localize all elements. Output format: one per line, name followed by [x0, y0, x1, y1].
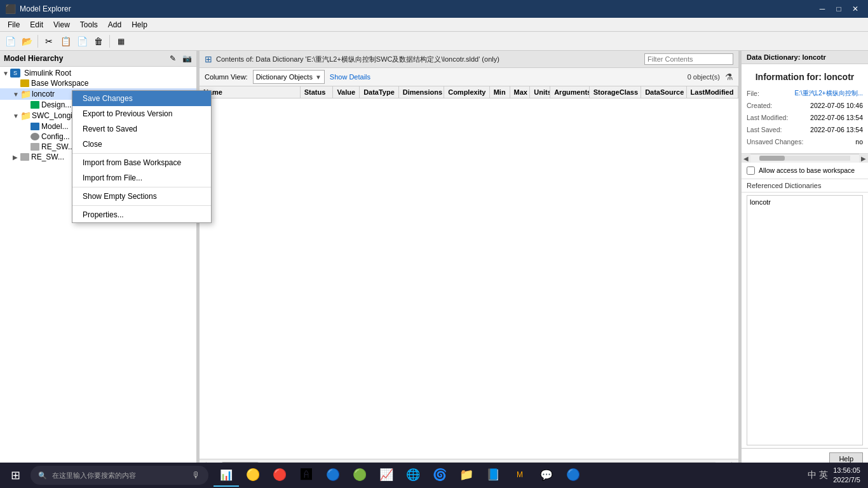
show-details-link[interactable]: Show Details [330, 73, 370, 81]
right-scroll-thumb[interactable] [759, 156, 785, 161]
table-body [200, 98, 738, 459]
menu-add[interactable]: Add [103, 19, 126, 30]
th-arguments[interactable]: Arguments [550, 86, 590, 98]
expand-resw-sib[interactable]: ▶ [13, 154, 20, 161]
taskbar-app-photoshop[interactable]: 🔵 [320, 464, 346, 487]
ctx-properties[interactable]: Properties... [72, 207, 211, 222]
taskbar-app-red[interactable]: 🔴 [267, 464, 292, 487]
label-resw-sib: RE_SW... [31, 152, 64, 161]
toolbar-open[interactable]: 📂 [19, 34, 34, 49]
tree-base-workspace[interactable]: Base Workspace [0, 78, 196, 88]
taskbar-app-model-explorer[interactable]: 📊 [214, 464, 239, 487]
filter-contents-input[interactable] [644, 53, 733, 65]
menu-view[interactable]: View [48, 19, 75, 30]
base-workspace-checkbox[interactable] [747, 166, 755, 175]
checkbox-row: Allow access to base workspace [742, 163, 868, 179]
taskbar-app-file-manager[interactable]: 🟡 [240, 464, 266, 487]
toolbar-copy[interactable]: 📋 [58, 34, 73, 49]
close-button[interactable]: ✕ [848, 3, 863, 15]
expand-loncotr[interactable]: ▼ [13, 91, 20, 98]
info-created-label: Created: [747, 100, 772, 112]
th-datatype[interactable]: DataType [360, 86, 399, 98]
ctx-import-base-workspace[interactable]: Import from Base Workspace [72, 155, 211, 170]
info-row-created: Created: 2022-07-05 10:46 [747, 100, 863, 112]
title-bar-left: ⬛ Model Explorer [5, 4, 71, 14]
ctx-import-file[interactable]: Import from File... [72, 170, 211, 186]
column-view-bar: Column View: Dictionary Objects ▼ Show D… [200, 68, 738, 86]
info-row-unsaved: Unsaved Changes: no [747, 136, 863, 148]
icon-resw-child [31, 143, 39, 151]
left-panel-header: Model Hierarchy ✎ 📷 [0, 51, 196, 67]
th-storageclass[interactable]: StorageClass [590, 86, 641, 98]
ctx-show-empty-sections[interactable]: Show Empty Sections [72, 189, 211, 204]
start-button[interactable]: ⊞ [3, 465, 28, 485]
taskbar-search[interactable]: 🔍 在这里输入你要搜索的内容 🎙 [31, 466, 208, 485]
date: 2022/7/5 [833, 475, 860, 485]
th-status[interactable]: Status [301, 86, 334, 98]
th-max[interactable]: Max [510, 86, 531, 98]
menu-help[interactable]: Help [126, 19, 153, 30]
th-complexity[interactable]: Complexity [444, 86, 489, 98]
ctx-close[interactable]: Close [72, 137, 211, 152]
info-title: Information for: loncotr [747, 69, 863, 85]
left-panel-header-icons: ✎ 📷 [167, 53, 193, 64]
title-bar-controls: ─ □ ✕ [815, 3, 863, 15]
menu-edit[interactable]: Edit [25, 19, 48, 30]
title-bar: ⬛ Model Explorer ─ □ ✕ [0, 0, 868, 18]
taskbar-app-green[interactable]: 🟢 [347, 464, 372, 487]
column-view-dropdown[interactable]: Dictionary Objects ▼ [253, 70, 325, 84]
filter-icon[interactable]: ⚗ [725, 72, 733, 82]
taskbar-app-edge[interactable]: 🌀 [427, 464, 452, 487]
tree-simulink-root[interactable]: ▼ S Simulink Root [0, 68, 196, 78]
expand-base-workspace [13, 80, 20, 87]
toolbar-extra[interactable]: ▦ [113, 34, 128, 49]
expand-design [23, 102, 31, 109]
toolbar-new[interactable]: 📄 [3, 34, 18, 49]
ctx-save-changes[interactable]: Save Changes [72, 91, 211, 106]
th-datasource[interactable]: DataSource [641, 86, 686, 98]
ctx-export-previous[interactable]: Export to Previous Version [72, 106, 211, 121]
taskbar-app-blue2[interactable]: 🔵 [560, 464, 586, 487]
th-dimensions[interactable]: Dimensions [399, 86, 444, 98]
right-h-scrollbar[interactable]: ◀ ▶ [742, 154, 868, 163]
menu-file[interactable]: File [3, 19, 25, 30]
toolbar-cut[interactable]: ✂ [41, 34, 57, 49]
taskbar-app-wechat[interactable]: 💬 [534, 464, 559, 487]
taskbar-app-chrome[interactable]: 🌐 [400, 464, 426, 487]
th-name[interactable]: Name [200, 86, 301, 98]
th-min[interactable]: Min [490, 86, 510, 98]
right-scroll-left-arrow[interactable]: ◀ [742, 154, 750, 163]
mic-icon[interactable]: 🎙 [192, 470, 201, 480]
taskbar-app-word[interactable]: 📘 [480, 464, 506, 487]
right-scroll-right-arrow[interactable]: ▶ [859, 154, 868, 163]
icon-design [31, 101, 39, 109]
menu-tools[interactable]: Tools [75, 19, 103, 30]
taskbar-app-chart[interactable]: 📈 [374, 464, 399, 487]
expand-simulink-root[interactable]: ▼ [3, 70, 10, 77]
object-count: 0 object(s) [688, 73, 720, 81]
dropdown-arrow-icon: ▼ [315, 74, 322, 81]
taskbar-lang-icon[interactable]: 中 [808, 470, 817, 481]
minimize-button[interactable]: ─ [815, 3, 830, 15]
maximize-button[interactable]: □ [831, 3, 846, 15]
icon-config [31, 133, 39, 140]
app-title: Model Explorer [20, 4, 71, 13]
expand-swc[interactable]: ▼ [13, 112, 20, 119]
info-file-label: File: [747, 88, 759, 100]
expand-config [23, 133, 31, 140]
info-unsaved-value: no [855, 136, 863, 148]
taskbar-app-folder[interactable]: 📁 [454, 464, 479, 487]
taskbar-app-adobe[interactable]: 🅰 [294, 464, 319, 487]
right-scroll-track[interactable] [759, 156, 850, 161]
th-lastmodified[interactable]: LastModified [687, 86, 738, 98]
toolbar-paste[interactable]: 📄 [74, 34, 90, 49]
th-units[interactable]: Units [530, 86, 550, 98]
toolbar-delete[interactable]: 🗑 [91, 34, 106, 49]
center-panel: ⊞ Contents of: Data Dictionary 'E:\重汽L2+… [200, 51, 738, 469]
taskbar-en-icon[interactable]: 英 [819, 470, 828, 481]
ctx-revert-saved[interactable]: Revert to Saved [72, 121, 211, 137]
taskbar-app-matlab[interactable]: M [507, 464, 532, 487]
th-value[interactable]: Value [333, 86, 360, 98]
left-panel-camera-icon[interactable]: 📷 [181, 53, 193, 64]
left-panel-edit-icon[interactable]: ✎ [167, 53, 179, 64]
